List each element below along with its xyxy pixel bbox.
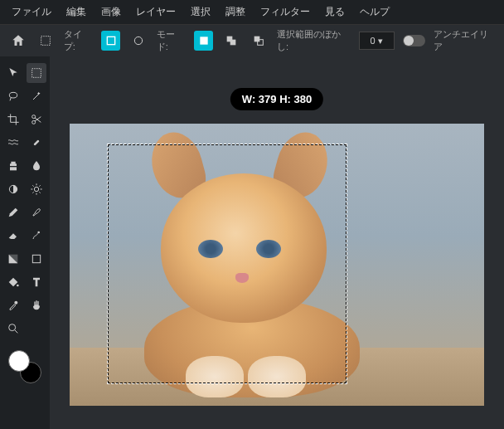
bucket-tool[interactable] — [3, 272, 23, 292]
crop-tool[interactable] — [3, 110, 23, 129]
canvas-area: W: 379 H: 380 — [50, 56, 504, 429]
blur-tool[interactable] — [27, 156, 46, 176]
selection-dimensions-badge: W: 379 H: 380 — [230, 88, 323, 110]
move-tool[interactable] — [3, 63, 23, 83]
svg-point-18 — [17, 285, 19, 287]
menu-file[interactable]: ファイル — [12, 5, 51, 19]
svg-rect-3 — [200, 37, 207, 44]
heal-tool[interactable] — [27, 133, 46, 153]
zoom-tool[interactable] — [3, 319, 23, 339]
mode-label: モード: — [157, 28, 186, 53]
marquee-icon — [36, 31, 55, 51]
svg-point-2 — [134, 37, 142, 44]
svg-point-9 — [9, 92, 17, 98]
svg-point-16 — [37, 232, 40, 234]
color-swatch[interactable] — [8, 350, 41, 383]
svg-rect-17 — [32, 255, 40, 262]
menu-filter[interactable]: フィルター — [260, 5, 310, 19]
antialias-toggle[interactable] — [403, 35, 425, 46]
menu-help[interactable]: ヘルプ — [360, 5, 390, 19]
svg-point-20 — [9, 324, 16, 331]
svg-rect-5 — [230, 40, 236, 46]
shape-ellipse-button[interactable] — [128, 31, 148, 51]
svg-rect-12 — [33, 139, 40, 146]
scissors-tool[interactable] — [27, 110, 46, 129]
home-button[interactable] — [8, 31, 27, 51]
type-label: タイプ: — [64, 28, 93, 53]
canvas[interactable] — [70, 124, 484, 406]
brush-tool[interactable] — [27, 202, 46, 222]
svg-point-19 — [14, 301, 17, 305]
smudge-tool[interactable] — [27, 226, 46, 246]
feather-input[interactable]: 0 ▾ — [359, 32, 395, 50]
dodge-tool[interactable] — [3, 179, 23, 199]
shape-rect-button[interactable] — [101, 31, 120, 51]
antialias-label: アンチエイリア — [434, 28, 496, 53]
options-toolbar: タイプ: モード: 選択範囲のぼかし: 0 ▾ アンチエイリア — [0, 25, 504, 56]
eyedropper-tool[interactable] — [3, 295, 23, 315]
foreground-color[interactable] — [8, 350, 30, 372]
menu-bar: ファイル 編集 画像 レイヤー 選択 調整 フィルター 見る ヘルプ — [0, 0, 504, 25]
feather-label: 選択範囲のぼかし: — [277, 28, 351, 53]
menu-view[interactable]: 見る — [325, 5, 345, 19]
text-tool[interactable] — [27, 272, 46, 292]
menu-layer[interactable]: レイヤー — [136, 5, 176, 19]
mode-new-button[interactable] — [194, 31, 213, 51]
magic-wand-tool[interactable] — [27, 86, 46, 106]
gradient-tool[interactable] — [3, 249, 23, 269]
menu-adjust[interactable]: 調整 — [225, 5, 245, 19]
hand-tool[interactable] — [27, 295, 46, 315]
svg-rect-6 — [254, 37, 260, 42]
sponge-tool[interactable] — [27, 179, 46, 199]
mode-add-button[interactable] — [221, 31, 240, 51]
clone-stamp-tool[interactable] — [3, 156, 23, 176]
svg-rect-8 — [32, 69, 41, 78]
selection-marquee[interactable] — [107, 144, 347, 384]
menu-select[interactable]: 選択 — [191, 5, 211, 19]
svg-rect-13 — [10, 167, 17, 170]
liquify-tool[interactable] — [3, 133, 23, 153]
shape-tool[interactable] — [27, 249, 46, 269]
eraser-tool[interactable] — [3, 226, 23, 246]
menu-image[interactable]: 画像 — [101, 5, 121, 19]
svg-rect-1 — [107, 37, 114, 44]
svg-rect-0 — [41, 37, 51, 46]
toolbox-panel — [0, 56, 50, 429]
svg-point-15 — [34, 187, 38, 191]
pencil-tool[interactable] — [3, 202, 23, 222]
mode-subtract-button[interactable] — [250, 31, 269, 51]
rect-select-tool[interactable] — [27, 63, 46, 83]
menu-edit[interactable]: 編集 — [66, 5, 86, 19]
lasso-tool[interactable] — [3, 86, 23, 106]
